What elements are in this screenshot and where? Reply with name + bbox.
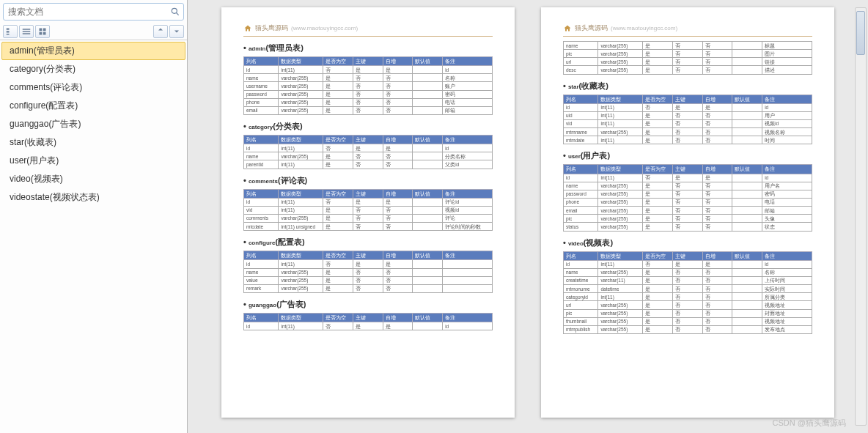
table-row: uidint(11)是否否用户 [564, 111, 812, 119]
table-row: idint(11)否是是id [244, 144, 493, 152]
table-header: 主键 [353, 251, 383, 260]
table-header: 主键 [673, 251, 703, 260]
table-header: 自增 [383, 135, 413, 144]
table-row: idint(11)否是是 [244, 260, 493, 268]
expand-button[interactable] [169, 25, 184, 38]
table-header: 默认值 [732, 165, 762, 174]
nav-sidebar: admin(管理员表)category(分类表)comments(评论表)con… [0, 0, 188, 433]
table-header: 备注 [762, 95, 812, 103]
section-title: guanggao(广告表) [243, 299, 493, 310]
table-row: idint(11)否是是id [244, 66, 493, 74]
table-header: 列名 [244, 313, 279, 322]
table-row: idint(11)否是是id [244, 322, 493, 330]
owl-logo-icon [243, 24, 252, 33]
table-header: 列名 [564, 251, 598, 260]
sidebar-item-5[interactable]: star(收藏表) [1, 133, 185, 152]
table-row: emailvarchar(255)是否否邮箱 [564, 207, 812, 215]
view-list-button[interactable] [19, 25, 34, 38]
table-header: 主键 [353, 135, 383, 144]
table-header: 数据类型 [279, 57, 323, 66]
table-row: mtmonumedatetime是否否实际时间 [564, 285, 812, 293]
svg-rect-8 [40, 29, 43, 32]
sidebar-item-1[interactable]: category(分类表) [1, 60, 185, 78]
svg-rect-11 [43, 32, 46, 35]
table-header: 备注 [443, 313, 493, 322]
search-input[interactable] [4, 4, 167, 20]
table-header: 数据类型 [279, 189, 323, 198]
section-title: user(用户表) [563, 150, 812, 161]
table-header: 列名 [244, 189, 279, 198]
watermark: CSDN @猫头鹰源码 [773, 418, 846, 429]
table-header: 是否为空 [323, 251, 353, 260]
doc-header: 猫头鹰源码(www.maotouyingcc.com) [243, 23, 493, 33]
table-row: mtmpublishvarchar(255)是否否发布地点 [564, 325, 812, 333]
view-thumb-button[interactable] [35, 25, 50, 38]
table-header: 备注 [443, 135, 493, 144]
table-header: 备注 [443, 189, 493, 198]
table-header: 列名 [564, 95, 598, 103]
table-header: 自增 [702, 165, 732, 174]
nav-list: admin(管理员表)category(分类表)comments(评论表)con… [0, 40, 187, 208]
section-title: admin(管理员表) [243, 42, 493, 53]
db-table: 列名数据类型是否为空主键自增默认值备注idint(11)否是是评论idvidin… [243, 189, 493, 232]
sidebar-item-8[interactable]: videostate(视频状态表) [1, 188, 185, 207]
table-row: passwordvarchar(255)是否否密码 [244, 90, 493, 98]
table-row: namevarchar(255)是否否名称 [564, 268, 812, 276]
view-tree-button[interactable] [3, 25, 18, 38]
sidebar-item-0[interactable]: admin(管理员表) [1, 42, 185, 60]
table-header: 主键 [353, 313, 383, 322]
table-header: 列名 [244, 57, 279, 66]
table-row: picvarchar(255)是否否图片 [564, 50, 812, 58]
table-row: picvarchar(255)是否否头像 [564, 215, 812, 223]
table-header: 是否为空 [643, 251, 673, 260]
table-row: namevarchar(255)是否否名称 [244, 74, 493, 82]
table-header: 是否为空 [643, 95, 673, 103]
doc-url: (www.maotouyingcc.com) [611, 25, 677, 32]
doc-header: 猫头鹰源码(www.maotouyingcc.com) [563, 23, 812, 33]
table-header: 列名 [244, 135, 279, 144]
section-title: configure(配置表) [243, 237, 493, 248]
table-row: createtimevarchar(11)是否否上传时间 [564, 276, 812, 284]
table-row: phonevarchar(255)是否否电话 [564, 198, 812, 206]
table-header: 默认值 [732, 251, 762, 260]
sidebar-item-3[interactable]: configure(配置表) [1, 97, 185, 115]
svg-rect-9 [43, 29, 46, 32]
table-header: 默认值 [413, 57, 443, 66]
doc-brand: 猫头鹰源码 [575, 23, 608, 33]
table-row: parentidint(11)是否否父类id [244, 160, 493, 169]
table-row: idint(11)否是是id [564, 174, 812, 182]
table-header: 是否为空 [323, 57, 353, 66]
table-row: usernamevarchar(255)是否否账户 [244, 82, 493, 90]
table-row: mtmdateint(11)是否否时间 [564, 136, 812, 144]
svg-point-0 [172, 8, 177, 13]
db-table: 列名数据类型是否为空主键自增默认值备注idint(11)否是是id [243, 313, 493, 330]
table-row: urlvarchar(255)是否否视频地址 [564, 301, 812, 309]
vertical-scrollbar[interactable] [855, 7, 867, 426]
sidebar-item-7[interactable]: video(视频表) [1, 170, 185, 188]
table-header: 自增 [383, 189, 413, 198]
table-row: idint(11)否是是评论id [244, 198, 493, 206]
table-header: 数据类型 [598, 95, 643, 103]
table-header: 主键 [673, 95, 703, 103]
collapse-button[interactable] [153, 25, 168, 38]
table-row: descvarchar(255)是否否描述 [564, 66, 812, 74]
table-header: 主键 [673, 165, 703, 174]
owl-logo-icon [563, 24, 572, 33]
doc-url: (www.maotouyingcc.com) [291, 25, 358, 32]
sidebar-item-6[interactable]: user(用户表) [1, 152, 185, 170]
scroll-thumb[interactable] [856, 11, 865, 55]
sidebar-item-2[interactable]: comments(评论表) [1, 78, 185, 97]
table-row: valuevarchar(255)是否否 [244, 276, 493, 284]
search-box [3, 3, 184, 21]
table-header: 默认值 [413, 251, 443, 260]
table-header: 备注 [762, 165, 812, 174]
sidebar-item-4[interactable]: guanggao(广告表) [1, 115, 185, 133]
svg-rect-10 [40, 32, 43, 35]
table-header: 自增 [702, 251, 732, 260]
table-row: namevarchar(255)是否否标题 [564, 42, 812, 50]
search-icon[interactable] [167, 4, 183, 20]
table-row: categoryidint(11)是否否所属分类 [564, 293, 812, 301]
table-header: 自增 [383, 57, 413, 66]
svg-line-1 [177, 13, 179, 15]
db-table: 列名数据类型是否为空主键自增默认值备注idint(11)否是是iduidint(… [563, 95, 812, 145]
